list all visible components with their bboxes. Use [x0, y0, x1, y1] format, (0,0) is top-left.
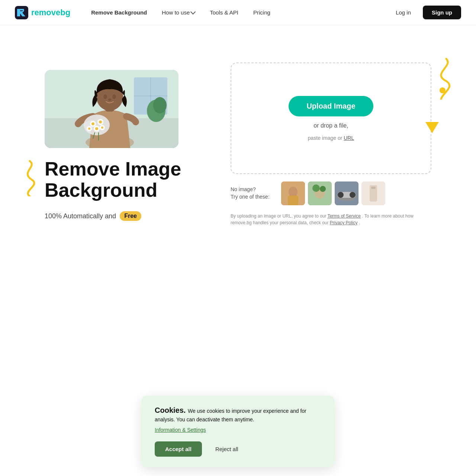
- nav-how-to-use[interactable]: How to use: [156, 6, 201, 19]
- terms-text: By uploading an image or URL, you agree …: [231, 213, 431, 226]
- terms-link[interactable]: Terms of Service: [328, 213, 361, 219]
- deco-squiggle-bottom: [15, 159, 45, 196]
- cookie-title: Cookies. We use cookies to improve your …: [155, 406, 321, 423]
- cookie-banner: Cookies. We use cookies to improve your …: [141, 396, 335, 467]
- logo-text: removebg: [31, 8, 70, 17]
- svg-point-29: [289, 187, 298, 197]
- svg-rect-42: [371, 187, 376, 189]
- svg-point-17: [99, 120, 102, 123]
- svg-point-20: [101, 126, 103, 129]
- nav-tools-api[interactable]: Tools & API: [204, 6, 244, 19]
- svg-point-1: [440, 87, 446, 93]
- svg-point-26: [112, 94, 116, 99]
- privacy-link[interactable]: Privacy Policy: [330, 220, 358, 225]
- free-badge: Free: [120, 211, 141, 221]
- logo-name: remove: [31, 8, 60, 17]
- hero-title: Remove Image Background: [45, 158, 201, 201]
- sample-text: No image? Try one of these:: [231, 186, 275, 200]
- nav-auth: Log in Sign up: [388, 6, 461, 19]
- upload-or-text: or drop a file,: [313, 122, 348, 129]
- chevron-down-icon: [190, 9, 196, 15]
- url-link[interactable]: URL: [344, 135, 354, 141]
- upload-paste-text: paste image or URL: [308, 135, 354, 141]
- navigation: removebg Remove Background How to use To…: [0, 0, 476, 25]
- nav-links: Remove Background How to use Tools & API…: [85, 6, 388, 19]
- svg-point-8: [153, 97, 167, 113]
- nav-remove-background[interactable]: Remove Background: [85, 6, 153, 19]
- accept-all-button[interactable]: Accept all: [155, 441, 202, 457]
- svg-point-19: [88, 128, 90, 130]
- sample-image-2[interactable]: [308, 181, 332, 205]
- hero-left: Remove Image Background 100% Automatical…: [45, 55, 201, 221]
- svg-point-34: [320, 186, 326, 192]
- upload-image-button[interactable]: Upload Image: [289, 96, 373, 116]
- sample-image-3[interactable]: [335, 181, 358, 205]
- svg-point-38: [338, 192, 344, 198]
- hero-section: Remove Image Background 100% Automatical…: [0, 25, 476, 248]
- sample-section: No image? Try one of these:: [231, 181, 431, 205]
- upload-dropzone[interactable]: Upload Image or drop a file, paste image…: [231, 62, 431, 174]
- hero-demo-image: [45, 70, 178, 148]
- hero-subtitle: 100% Automatically and Free: [45, 211, 201, 221]
- deco-triangle: [425, 122, 439, 133]
- svg-point-39: [350, 192, 356, 198]
- svg-point-18: [95, 127, 98, 130]
- svg-point-25: [103, 94, 107, 99]
- reject-all-button[interactable]: Reject all: [206, 441, 247, 457]
- hero-right: Upload Image or drop a file, paste image…: [231, 55, 431, 226]
- cookie-body: Information & Settings: [155, 426, 321, 434]
- deco-squiggle-top: [424, 55, 454, 100]
- login-button[interactable]: Log in: [388, 6, 418, 19]
- sample-image-1[interactable]: [281, 181, 305, 205]
- sample-images: [281, 181, 385, 205]
- svg-point-16: [91, 122, 94, 125]
- svg-point-10: [84, 115, 110, 135]
- signup-button[interactable]: Sign up: [423, 6, 461, 19]
- cookie-info-link[interactable]: Information & Settings: [155, 427, 206, 433]
- svg-point-33: [312, 184, 320, 192]
- logo[interactable]: removebg: [15, 6, 70, 19]
- nav-pricing[interactable]: Pricing: [247, 6, 276, 19]
- svg-point-27: [108, 99, 111, 101]
- svg-rect-30: [288, 196, 298, 205]
- sample-image-4[interactable]: [361, 181, 385, 205]
- cookie-actions: Accept all Reject all: [155, 441, 321, 457]
